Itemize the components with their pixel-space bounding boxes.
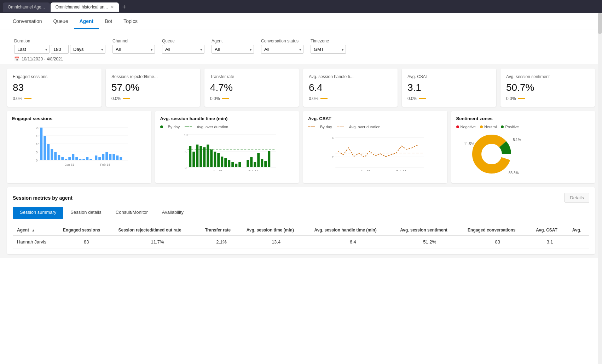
kpi-value-3: 6.4	[309, 82, 392, 93]
kpi-card-2: Transfer rate 4.7% 0.0%	[204, 69, 299, 107]
svg-rect-20	[75, 157, 78, 160]
kpi-delta-5: 0.0%	[506, 96, 516, 101]
svg-rect-24	[89, 159, 92, 160]
neutral-dot	[480, 125, 483, 128]
svg-text:15: 15	[36, 134, 39, 138]
kpi-title-1: Sessions rejected/time...	[111, 74, 195, 79]
neutral-label: Neutral	[484, 125, 497, 129]
conv-status-select[interactable]: All	[261, 45, 303, 54]
svg-text:5.1%: 5.1%	[513, 138, 521, 142]
duration-label: Duration	[14, 39, 105, 43]
sub-tab-consult-monitor[interactable]: Consult/Monitor	[109, 207, 155, 219]
scrollbar-track[interactable]	[598, 13, 602, 364]
timezone-select[interactable]: GMT	[311, 45, 346, 54]
duration-unit-select[interactable]: Days	[70, 45, 105, 54]
sub-tab-session-details[interactable]: Session details	[63, 207, 108, 219]
by-day-label: By day	[168, 125, 180, 129]
sub-tab-session-summary[interactable]: Session summary	[13, 207, 63, 219]
svg-rect-43	[196, 145, 198, 167]
scrollbar-thumb[interactable]	[598, 13, 602, 34]
kpi-trend-line-1	[123, 98, 130, 99]
svg-rect-26	[98, 157, 101, 160]
svg-text:10: 10	[184, 133, 187, 137]
kpi-title-2: Transfer rate	[210, 74, 293, 79]
browser-tab-2[interactable]: Omnichannel historical an... ✕	[51, 2, 119, 12]
svg-rect-12	[47, 144, 50, 160]
sentiment-zones-chart: Sentiment zones Negative Neutral Positiv…	[451, 111, 595, 183]
kpi-value-0: 83	[13, 82, 96, 93]
avg-csat-chart: Avg. CSAT By day Avg. over duration 4 2 …	[303, 111, 447, 183]
kpi-title-5: Avg. session sentiment	[506, 74, 589, 79]
svg-text:Feb 14: Feb 14	[100, 163, 110, 166]
kpi-value-5: 50.7%	[506, 82, 589, 93]
session-metrics-header: Session metrics by agent Details	[13, 193, 589, 202]
filter-duration: Duration Last Days	[14, 39, 105, 54]
avg-duration-line	[185, 127, 192, 127]
agent-label: Agent	[212, 39, 254, 43]
agent-select[interactable]: All	[212, 45, 254, 54]
svg-rect-23	[86, 157, 88, 160]
svg-rect-17	[65, 159, 67, 160]
nav-tab-bot[interactable]: Bot	[99, 13, 118, 29]
nav-tab-conversation[interactable]: Conversation	[7, 13, 48, 29]
kpi-delta-2: 0.0%	[210, 96, 220, 101]
svg-rect-16	[61, 157, 64, 160]
col-avg-sentiment: Avg. session sentiment	[396, 225, 463, 236]
svg-rect-19	[72, 154, 74, 160]
svg-rect-25	[95, 155, 97, 160]
channel-label: Channel	[112, 39, 155, 43]
nav-tab-agent[interactable]: Agent	[74, 13, 99, 29]
kpi-value-2: 4.7%	[210, 82, 293, 93]
svg-text:Jan 31: Jan 31	[213, 170, 222, 171]
svg-text:11.5%: 11.5%	[464, 142, 474, 146]
kpi-delta-0: 0.0%	[13, 96, 22, 101]
csat-by-day-line	[308, 127, 315, 127]
svg-rect-61	[264, 161, 267, 167]
svg-rect-28	[105, 152, 108, 160]
filter-channel: Channel All	[112, 39, 155, 54]
svg-rect-45	[203, 147, 206, 167]
close-tab-icon[interactable]: ✕	[111, 5, 114, 10]
svg-text:Feb 14: Feb 14	[396, 170, 406, 171]
session-table: Agent ▲ Engaged sessions Session rejecte…	[13, 225, 589, 248]
kpi-grid: Engaged sessions 83 0.0% Sessions reject…	[0, 64, 602, 111]
by-day-dot	[160, 125, 163, 128]
duration-value-input[interactable]	[51, 45, 69, 54]
col-engaged-sessions: Engaged sessions	[59, 225, 114, 236]
svg-text:5: 5	[36, 151, 37, 154]
svg-rect-27	[102, 154, 104, 160]
browser-tab-2-label: Omnichannel historical an...	[56, 5, 108, 10]
queue-select[interactable]: All	[162, 45, 204, 54]
kpi-card-4: Avg. CSAT 3.1 0.0%	[402, 69, 496, 107]
csat-avg-line	[337, 127, 344, 127]
avg-handle-time-svg: 10 5 0	[160, 132, 294, 171]
kpi-card-3: Avg. session handle ti... 6.4 0.0%	[303, 69, 398, 107]
cell-session-rejected: 11.7%	[114, 236, 201, 248]
svg-rect-31	[116, 155, 118, 160]
sort-agent-icon[interactable]: ▲	[31, 228, 35, 232]
duration-preset-select[interactable]: Last	[14, 45, 50, 54]
svg-rect-49	[217, 153, 220, 167]
svg-text:10: 10	[36, 142, 39, 146]
nav-tab-queue[interactable]: Queue	[48, 13, 74, 29]
nav-tab-topics[interactable]: Topics	[118, 13, 143, 29]
kpi-trend-line-0	[24, 98, 31, 99]
svg-rect-55	[238, 162, 241, 167]
charts-grid: Engaged sessions 20 15 10 5 0	[0, 111, 602, 187]
svg-rect-10	[40, 128, 42, 160]
svg-rect-13	[51, 149, 53, 160]
avg-handle-time-chart: Avg. session handle time (min) By day Av…	[155, 111, 299, 183]
kpi-delta-4: 0.0%	[407, 96, 417, 101]
svg-rect-22	[82, 159, 85, 160]
browser-tab-1[interactable]: Omnichannel Age...	[3, 2, 50, 12]
negative-label: Negative	[461, 125, 476, 129]
details-button[interactable]: Details	[565, 193, 589, 202]
svg-rect-15	[58, 155, 60, 160]
channel-select[interactable]: All	[112, 45, 155, 54]
sub-tab-availability[interactable]: Availability	[155, 207, 191, 219]
add-tab-button[interactable]: +	[120, 4, 129, 11]
col-agent: Agent ▲	[13, 225, 59, 236]
svg-rect-48	[214, 152, 216, 167]
svg-rect-53	[231, 162, 234, 167]
filter-conv-status: Conversation status All	[261, 39, 303, 54]
